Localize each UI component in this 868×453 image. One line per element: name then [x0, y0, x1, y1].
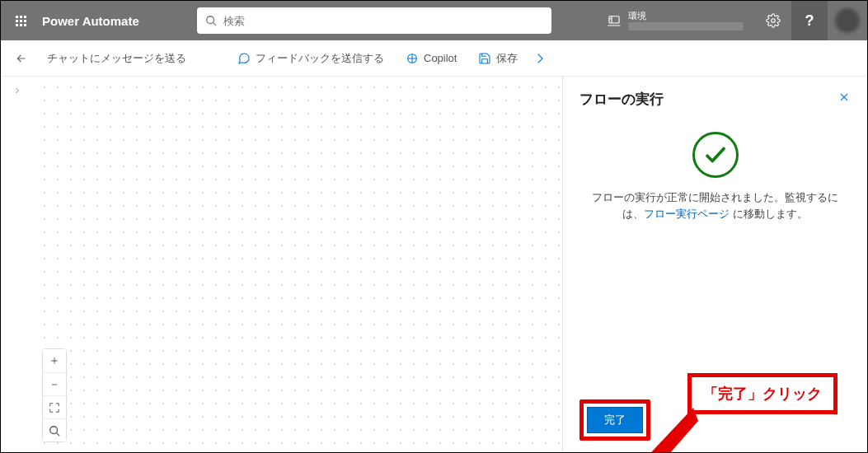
feedback-icon	[237, 52, 251, 65]
environment-name-redacted	[628, 22, 744, 30]
feedback-label: フィードバックを送信する	[256, 51, 384, 66]
avatar-icon	[835, 8, 860, 33]
annotation-callout: 「完了」クリック	[687, 373, 838, 414]
save-icon	[478, 52, 491, 65]
svg-point-5	[50, 426, 58, 433]
svg-rect-2	[609, 16, 619, 23]
product-name: Power Automate	[40, 14, 139, 28]
settings-button[interactable]	[755, 1, 791, 40]
feedback-button[interactable]: フィードバックを送信する	[229, 40, 392, 77]
gear-icon	[766, 13, 781, 28]
panel-title: フローの実行	[579, 90, 664, 109]
search-box[interactable]	[197, 7, 551, 34]
flow-title-text: チャットにメッセージを送る	[47, 51, 186, 66]
search-icon	[49, 425, 60, 437]
chevron-icon	[534, 52, 547, 65]
back-button[interactable]	[9, 52, 34, 65]
svg-line-6	[57, 432, 60, 436]
main-area: ＋ － フローの実行 フローの実行が正常に開始されました。監視するには、フロー実…	[1, 77, 867, 453]
minus-icon: －	[49, 377, 60, 392]
topbar-right: 環境 ?	[595, 1, 867, 40]
save-button[interactable]: 保存	[470, 40, 526, 77]
flow-run-page-link[interactable]: フロー実行ページ	[644, 208, 730, 220]
fit-icon	[49, 402, 60, 413]
environment-icon	[607, 13, 622, 28]
fit-button[interactable]	[43, 395, 66, 418]
svg-point-0	[207, 16, 214, 24]
overflow-button[interactable]	[531, 40, 551, 77]
panel-message: フローの実行が正常に開始されました。監視するには、フロー実行ページ に移動します…	[579, 189, 851, 222]
copilot-icon	[406, 52, 419, 65]
plus-icon: ＋	[49, 353, 60, 368]
account-button[interactable]	[828, 1, 867, 40]
copilot-label: Copilot	[424, 52, 457, 64]
environment-picker[interactable]: 環境	[595, 1, 755, 40]
expand-rail-button[interactable]	[12, 85, 22, 98]
environment-label: 環境	[628, 11, 744, 21]
copilot-button[interactable]: Copilot	[397, 40, 465, 77]
zoom-toolbar: ＋ －	[42, 348, 67, 442]
left-rail	[1, 77, 34, 453]
search-icon	[205, 15, 217, 26]
run-flow-panel: フローの実行 フローの実行が正常に開始されました。監視するには、フロー実行ページ…	[562, 77, 867, 453]
app-launcher-button[interactable]	[1, 1, 40, 40]
svg-line-1	[213, 23, 216, 26]
waffle-icon	[16, 16, 26, 26]
question-icon: ?	[805, 12, 814, 30]
panel-close-button[interactable]	[838, 91, 851, 108]
flow-title: チャットにメッセージを送る	[39, 40, 195, 77]
search-input[interactable]	[223, 15, 543, 27]
annotation-arrow-icon	[640, 408, 706, 453]
command-bar: チャットにメッセージを送る フィードバックを送信する Copilot 保存	[1, 40, 867, 77]
zoom-out-button[interactable]: －	[43, 372, 66, 395]
checkmark-icon	[703, 142, 728, 167]
help-button[interactable]: ?	[791, 1, 828, 40]
done-button-highlight: 完了	[579, 399, 650, 441]
panel-message-suffix: に移動します。	[730, 208, 807, 220]
close-icon	[838, 91, 851, 104]
top-bar: Power Automate 環境 ?	[1, 1, 867, 40]
minimap-button[interactable]	[43, 418, 66, 441]
svg-point-3	[772, 19, 776, 23]
arrow-left-icon	[15, 52, 28, 65]
done-button[interactable]: 完了	[587, 407, 643, 433]
zoom-in-button[interactable]: ＋	[43, 349, 66, 372]
success-indicator	[692, 132, 739, 178]
chevron-right-icon	[12, 86, 22, 96]
annotation-text: 「完了」クリック	[687, 373, 838, 414]
save-label: 保存	[496, 51, 518, 66]
